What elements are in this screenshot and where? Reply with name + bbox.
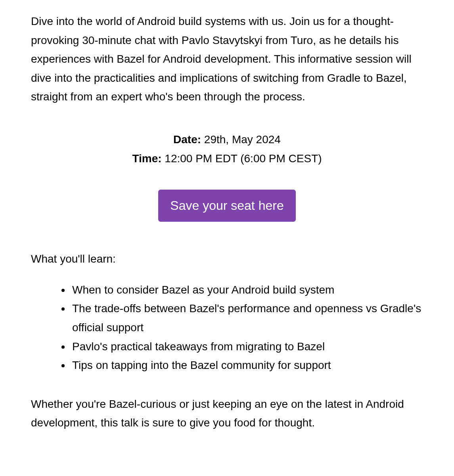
outro-paragraph: Whether you're Bazel-curious or just kee… (31, 395, 423, 432)
list-item: Pavlo's practical takeaways from migrati… (71, 337, 423, 356)
cta-wrapper: Save your seat here (31, 190, 423, 222)
learn-list: When to consider Bazel as your Android b… (31, 280, 423, 375)
date-line: Date: 29th, May 2024 (31, 130, 423, 149)
what-youll-learn-heading: What you'll learn: (31, 250, 423, 269)
intro-paragraph: Dive into the world of Android build sys… (31, 12, 423, 106)
list-item: Tips on tapping into the Bazel community… (71, 356, 423, 375)
time-value: 12:00 PM EDT (6:00 PM CEST) (162, 152, 322, 165)
save-seat-button[interactable]: Save your seat here (158, 190, 295, 222)
datetime-block: Date: 29th, May 2024 Time: 12:00 PM EDT … (31, 130, 423, 168)
date-label: Date: (173, 133, 201, 146)
list-item: The trade-offs between Bazel's performan… (71, 299, 423, 337)
time-line: Time: 12:00 PM EDT (6:00 PM CEST) (31, 149, 423, 168)
time-label: Time: (132, 152, 161, 165)
list-item: When to consider Bazel as your Android b… (71, 280, 423, 299)
date-value: 29th, May 2024 (201, 133, 281, 146)
